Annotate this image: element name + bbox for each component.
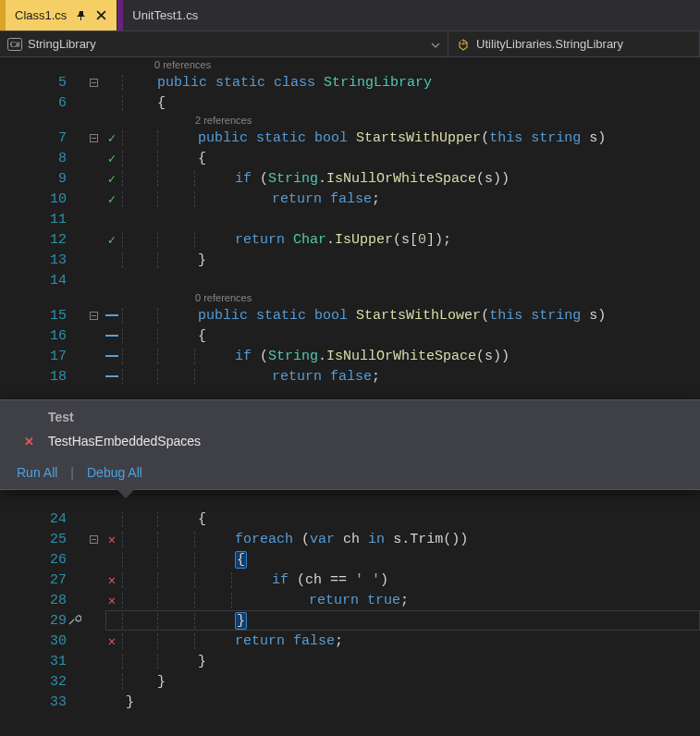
test-pass-icon: ✓ bbox=[108, 151, 116, 166]
code-line: 25 ✕ foreach (var ch in s.Trim()) bbox=[0, 529, 700, 549]
codelens[interactable]: 0 references bbox=[0, 290, 700, 305]
svg-text:C#: C# bbox=[10, 40, 20, 49]
namespace-label: StringLibrary bbox=[28, 37, 96, 51]
class-icon bbox=[456, 37, 471, 52]
tab-bar: Class1.cs UnitTest1.cs bbox=[0, 0, 700, 31]
coverage-not-run-icon bbox=[105, 314, 118, 316]
popup-header: Test bbox=[0, 400, 700, 428]
failed-test-row[interactable]: ✕ TestHasEmbeddedSpaces bbox=[0, 428, 700, 460]
codelens[interactable]: 0 references bbox=[0, 57, 700, 72]
class-dropdown[interactable]: UtilityLibraries.StringLibrary bbox=[448, 31, 700, 56]
test-pass-icon: ✓ bbox=[108, 191, 116, 207]
fold-toggle[interactable] bbox=[90, 79, 98, 87]
test-pass-icon: ✓ bbox=[108, 171, 116, 187]
code-line: 29 } bbox=[0, 610, 700, 631]
code-line: 5 public static class StringLibrary bbox=[0, 72, 700, 92]
code-line: 7 ✓ public static bool StartsWithUpper(t… bbox=[0, 128, 700, 148]
coverage-not-run-icon bbox=[105, 375, 118, 377]
code-line: 32 } bbox=[0, 671, 700, 692]
code-line: 9 ✓ if (String.IsNullOrWhiteSpace(s)) bbox=[0, 168, 700, 189]
test-fail-icon[interactable]: ✕ bbox=[108, 633, 116, 649]
fold-toggle[interactable] bbox=[90, 134, 98, 142]
svg-point-2 bbox=[76, 616, 78, 618]
code-line: 24 { bbox=[0, 509, 700, 529]
tab-label: Class1.cs bbox=[15, 8, 67, 22]
code-line: 16 { bbox=[0, 325, 700, 346]
code-line: 18 return false; bbox=[0, 366, 700, 386]
code-line: 15 public static bool StartsWithLower(th… bbox=[0, 305, 700, 325]
coverage-not-run-icon bbox=[105, 355, 118, 357]
code-line: 11 bbox=[0, 209, 700, 229]
quick-action-icon[interactable] bbox=[67, 612, 81, 631]
code-line: 28 ✕ return true; bbox=[0, 590, 700, 610]
debug-all-link[interactable]: Debug All bbox=[87, 465, 142, 480]
codelens[interactable]: 2 references bbox=[0, 113, 700, 128]
close-icon[interactable] bbox=[94, 9, 107, 22]
csharp-icon: C# bbox=[7, 37, 22, 52]
code-line: 26 { bbox=[0, 549, 700, 570]
tab-label: UnitTest1.cs bbox=[132, 8, 198, 22]
code-line: 27 ✕ if (ch == ' ') bbox=[0, 570, 700, 590]
coverage-not-run-icon bbox=[105, 335, 118, 337]
code-line: 6 { bbox=[0, 92, 700, 113]
popup-pointer-icon bbox=[117, 489, 135, 498]
fold-toggle[interactable] bbox=[90, 312, 98, 320]
test-pass-icon: ✓ bbox=[108, 232, 116, 248]
tab-unittest1[interactable]: UnitTest1.cs bbox=[117, 0, 208, 31]
test-codelens-popup: Test ✕ TestHasEmbeddedSpaces Run All | D… bbox=[0, 399, 700, 490]
code-line: 8 ✓ { bbox=[0, 148, 700, 168]
fold-toggle[interactable] bbox=[90, 535, 98, 544]
code-line: 30 ✕ return false; bbox=[0, 631, 700, 651]
tab-well bbox=[208, 0, 700, 31]
namespace-dropdown[interactable]: C# StringLibrary bbox=[0, 31, 448, 56]
pin-icon[interactable] bbox=[74, 9, 87, 22]
separator: | bbox=[70, 465, 74, 480]
failed-test-name: TestHasEmbeddedSpaces bbox=[48, 434, 201, 448]
code-line: 31 } bbox=[0, 651, 700, 671]
code-line: 12 ✓ return Char.IsUpper(s[0]); bbox=[0, 229, 700, 250]
code-line: 13 } bbox=[0, 250, 700, 270]
chevron-down-icon bbox=[431, 37, 440, 51]
code-line: 33 } bbox=[0, 692, 700, 712]
run-all-link[interactable]: Run All bbox=[17, 465, 57, 480]
code-editor[interactable]: 0 references 5 public static class Strin… bbox=[0, 57, 700, 736]
test-fail-icon: ✕ bbox=[20, 435, 37, 448]
code-line: 17 if (String.IsNullOrWhiteSpace(s)) bbox=[0, 346, 700, 366]
test-fail-icon[interactable]: ✕ bbox=[108, 572, 116, 588]
class-label: UtilityLibraries.StringLibrary bbox=[476, 37, 623, 51]
test-fail-icon[interactable]: ✕ bbox=[108, 532, 116, 547]
navigation-bar: C# StringLibrary UtilityLibraries.String… bbox=[0, 31, 700, 57]
line-number: 5 bbox=[0, 75, 85, 91]
tab-class1[interactable]: Class1.cs bbox=[0, 0, 117, 31]
test-fail-icon[interactable]: ✕ bbox=[108, 593, 116, 608]
code-line: 14 bbox=[0, 270, 700, 290]
test-pass-icon: ✓ bbox=[108, 130, 116, 146]
popup-actions: Run All | Debug All bbox=[0, 460, 700, 489]
code-line: 10 ✓ return false; bbox=[0, 189, 700, 209]
